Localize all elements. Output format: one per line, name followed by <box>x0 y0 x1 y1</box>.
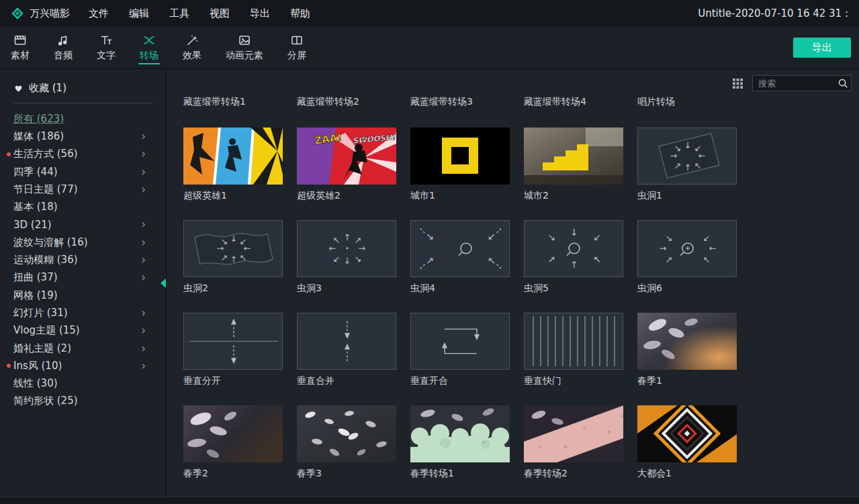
transition-item[interactable]: ↘↓↙→←↗↑↖虫洞1 <box>637 128 737 203</box>
grid-view-icon[interactable] <box>733 79 743 89</box>
sidebar-category-7[interactable]: 波纹与溶解 (16)› <box>0 234 166 251</box>
sidebar-category-2[interactable]: 生活方式 (56)› <box>0 146 166 163</box>
thumb-v-split[interactable] <box>183 313 283 370</box>
thumb-wormhole3[interactable]: ↖↑↗←→↙↓↘ <box>297 220 396 277</box>
transition-item[interactable]: 春季1 <box>637 313 737 388</box>
sidebar-category-1[interactable]: 媒体 (186)› <box>0 128 166 145</box>
transition-item[interactable]: ↖↑↗←→↙↓↘虫洞3 <box>297 220 396 295</box>
category-label: 线性 (30) <box>13 377 58 390</box>
partial-row-labels: 藏蓝缎带转场1藏蓝缎带转场2藏蓝缎带转场3藏蓝缎带转场4唱片转场 <box>183 96 859 109</box>
tab-effects-wand[interactable]: 效果 <box>181 31 203 64</box>
transition-label: 垂直快门 <box>524 375 623 388</box>
transition-item[interactable]: 大都会1 <box>637 405 737 481</box>
thumb-spring-t1[interactable] <box>410 405 510 462</box>
svg-text:↓: ↓ <box>570 228 578 238</box>
transition-item[interactable]: ↘→↗ ↙←↖ 虫洞6 <box>637 220 737 295</box>
thumb-city2[interactable] <box>524 128 623 185</box>
transition-item[interactable]: 春季3 <box>297 405 396 481</box>
menu-item-1[interactable]: 编辑 <box>129 7 149 20</box>
app-title: 万兴喵影 <box>30 7 70 20</box>
transition-icon <box>142 34 156 47</box>
transition-item[interactable]: 超级英雄1 <box>183 128 283 203</box>
export-button[interactable]: 导出 <box>793 38 851 58</box>
sidebar-collapse-handle[interactable] <box>161 279 166 288</box>
thumb-v-openclose[interactable] <box>410 313 510 370</box>
transition-item[interactable]: 垂直分开 <box>183 313 283 388</box>
sidebar-favorites[interactable]: 收藏 (1) <box>0 79 166 97</box>
sidebar-category-14[interactable]: Ins风 (10)› <box>0 357 166 374</box>
transition-item[interactable]: ZAA! SWOOSH!超级英雄2 <box>297 128 396 203</box>
effects-wand-icon <box>185 34 199 47</box>
tab-media[interactable]: 素材 <box>9 31 31 64</box>
thumb-metropolis1[interactable] <box>637 405 737 462</box>
tab-transition[interactable]: 转场 <box>138 31 160 64</box>
thumb-spring2[interactable] <box>183 405 283 462</box>
transition-item[interactable]: 垂直开合 <box>410 313 510 388</box>
thumb-spring3[interactable] <box>297 405 396 462</box>
transition-item[interactable]: 春季转场2 <box>524 405 623 481</box>
search-input[interactable] <box>758 79 838 89</box>
svg-text:→: → <box>217 243 224 253</box>
thumb-wormhole4[interactable]: ↘↙↗↖ <box>410 220 510 277</box>
transition-item[interactable]: 春季2 <box>183 405 283 481</box>
menu-item-5[interactable]: 帮助 <box>290 7 310 20</box>
thumb-city1[interactable] <box>410 128 510 185</box>
menu-item-0[interactable]: 文件 <box>89 7 109 20</box>
sidebar-category-11[interactable]: 幻灯片 (31)› <box>0 304 166 321</box>
transition-item[interactable]: 春季转场1 <box>410 405 510 481</box>
transition-label: 大都会1 <box>637 468 737 481</box>
project-title: Untitle-2020-07-10 16 42 31 : <box>698 7 848 19</box>
sidebar-category-9[interactable]: 扭曲 (37)› <box>0 269 166 287</box>
chevron-right-icon: › <box>141 254 146 266</box>
tab-text[interactable]: 文字 <box>95 31 117 64</box>
sidebar-category-6[interactable]: 3D (21)› <box>0 216 166 234</box>
svg-text:↘: ↘ <box>547 232 555 242</box>
search-icon[interactable] <box>838 78 848 89</box>
thumb-v-merge[interactable] <box>297 313 396 370</box>
sidebar-category-16[interactable]: 简约形状 (25) <box>0 393 166 410</box>
transition-label: 春季转场1 <box>410 468 510 481</box>
transition-item[interactable]: 垂直合并 <box>297 313 396 388</box>
svg-text:↘: ↘ <box>426 230 435 242</box>
sidebar-category-5[interactable]: 基本 (18) <box>0 198 166 215</box>
menu-item-4[interactable]: 导出 <box>250 7 270 20</box>
thumb-wormhole1[interactable]: ↘↓↙→←↗↑↖ <box>637 128 737 185</box>
sidebar-category-10[interactable]: 网格 (19) <box>0 287 166 304</box>
transition-label: 虫洞5 <box>524 283 623 295</box>
transitions-grid-area[interactable]: 藏蓝缎带转场1藏蓝缎带转场2藏蓝缎带转场3藏蓝缎带转场4唱片转场 超级英雄1 Z… <box>167 92 859 497</box>
menu-item-3[interactable]: 视图 <box>210 7 230 20</box>
transition-label: 虫洞3 <box>297 283 396 295</box>
thumb-spring1[interactable] <box>637 313 737 370</box>
svg-text:↑: ↑ <box>230 255 238 265</box>
sidebar-category-12[interactable]: Vlog主题 (15)› <box>0 322 166 340</box>
sidebar-category-4[interactable]: 节日主题 (77)› <box>0 181 166 198</box>
transition-item[interactable]: ↘↓↙→←↗↑↖虫洞2 <box>183 220 283 295</box>
thumb-superhero1[interactable] <box>183 128 283 185</box>
sidebar-category-15[interactable]: 线性 (30) <box>0 374 166 392</box>
svg-text:←: ← <box>329 243 336 253</box>
transition-item[interactable]: 垂直快门 <box>524 313 623 388</box>
svg-text:←: ← <box>244 243 251 253</box>
sidebar-category-0[interactable]: 所有 (623) <box>0 110 166 128</box>
thumb-wormhole5[interactable]: ↘↙↗↖ ↓↑ <box>524 220 623 277</box>
menu-item-2[interactable]: 工具 <box>169 7 189 20</box>
thumb-v-shutter[interactable] <box>524 313 623 370</box>
thumb-wormhole2[interactable]: ↘↓↙→←↗↑↖ <box>183 220 283 277</box>
thumb-wormhole6[interactable]: ↘→↗ ↙←↖ <box>637 220 737 277</box>
tab-music-note[interactable]: 音频 <box>52 31 74 64</box>
transition-item[interactable]: 城市1 <box>410 128 510 203</box>
category-label: Vlog主题 (15) <box>13 324 80 337</box>
thumb-superhero2[interactable]: ZAA! SWOOSH! <box>297 128 396 185</box>
transition-item[interactable]: 城市2 <box>524 128 623 203</box>
tab-split-screen[interactable]: 分屏 <box>286 31 308 64</box>
transition-item[interactable]: ↘↙↗↖ ↓↑ 虫洞5 <box>524 220 623 295</box>
transition-item[interactable]: ↘↙↗↖ 虫洞4 <box>410 220 510 295</box>
category-list: 所有 (623)媒体 (186)›生活方式 (56)›四季 (44)›节日主题 … <box>0 110 166 410</box>
thumb-spring-t2[interactable] <box>524 405 623 462</box>
transition-label: 垂直分开 <box>183 375 283 388</box>
sidebar-category-3[interactable]: 四季 (44)› <box>0 163 166 181</box>
sidebar-category-8[interactable]: 运动模糊 (36)› <box>0 251 166 268</box>
tab-animated-elements[interactable]: 动画元素 <box>224 31 265 64</box>
transition-label: 唱片转场 <box>637 96 737 109</box>
sidebar-category-13[interactable]: 婚礼主题 (2)› <box>0 340 166 357</box>
